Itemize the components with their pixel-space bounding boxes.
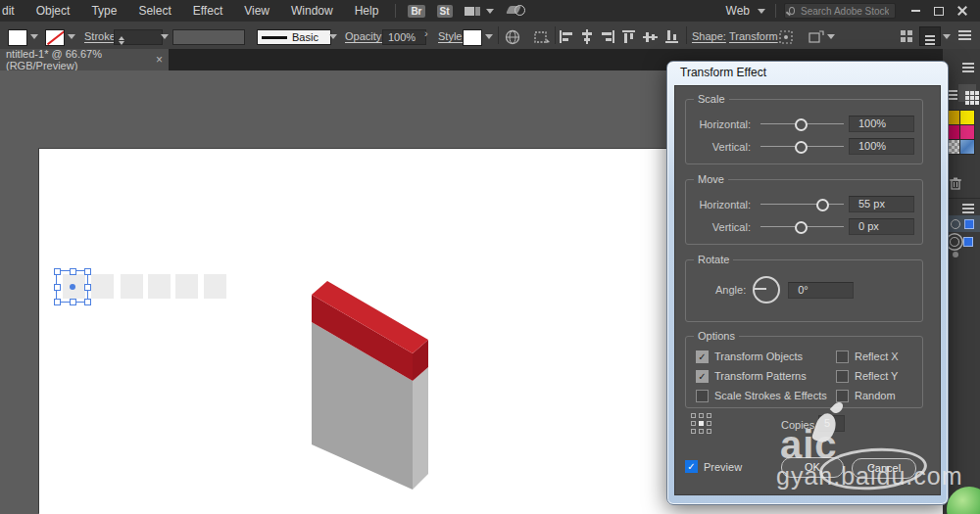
scale-horizontal-value[interactable]: 100% xyxy=(849,116,914,132)
opacity-panel-link[interactable]: Opacity: xyxy=(345,29,384,44)
menu-list-icon[interactable] xyxy=(958,30,971,32)
menu-help[interactable]: Help xyxy=(344,0,390,22)
width-profile-dropdown[interactable] xyxy=(172,29,245,45)
selection-handle[interactable] xyxy=(70,268,76,275)
box-end-face[interactable] xyxy=(413,367,428,490)
reference-point[interactable] xyxy=(691,421,696,426)
reference-point[interactable] xyxy=(691,429,696,434)
document-tab[interactable]: ntitled-1* @ 66.67% (RGB/Preview) × xyxy=(0,49,169,70)
isolate-selected-object-icon[interactable] xyxy=(778,29,795,45)
arrange-icon[interactable] xyxy=(900,29,913,43)
slider-knob[interactable] xyxy=(795,118,808,131)
close-button[interactable] xyxy=(951,0,974,22)
checkbox-scale-strokes-effects[interactable] xyxy=(696,390,709,402)
menu-type[interactable]: Type xyxy=(80,0,127,22)
angle-value[interactable]: 0° xyxy=(788,282,854,299)
swatch-blue-texture[interactable] xyxy=(959,139,975,155)
cancel-button[interactable]: Cancel xyxy=(852,458,916,479)
transform-effect-dialog[interactable]: Transform Effect Scale Horizontal: 100% … xyxy=(666,61,949,505)
chevron-down-icon[interactable] xyxy=(30,34,38,39)
copies-field[interactable]: 5 xyxy=(818,415,845,432)
canvas-square-copy[interactable] xyxy=(91,274,114,299)
reference-point[interactable] xyxy=(691,413,696,418)
menu-select[interactable]: Select xyxy=(127,0,181,22)
isometric-box-artwork[interactable] xyxy=(294,274,451,499)
document-setup-globe-icon[interactable] xyxy=(505,29,520,45)
selection-handle[interactable] xyxy=(54,284,61,291)
checkbox-reflect-x[interactable] xyxy=(836,350,849,363)
menu-view[interactable]: View xyxy=(233,0,280,22)
slider-knob[interactable] xyxy=(816,199,829,211)
reference-point[interactable] xyxy=(707,413,711,418)
move-horizontal-value[interactable]: 55 px xyxy=(849,196,914,212)
checkbox-reflect-y[interactable] xyxy=(836,370,849,383)
menu-window[interactable]: Window xyxy=(280,0,344,22)
scale-vertical-value[interactable]: 100% xyxy=(849,138,914,155)
bridge-button[interactable]: Br xyxy=(408,5,424,18)
rotate-dial[interactable] xyxy=(753,276,780,304)
canvas-square-copy[interactable] xyxy=(204,274,226,299)
stepper-down-icon[interactable] xyxy=(119,41,124,45)
align-right-icon[interactable] xyxy=(600,29,615,44)
trash-icon[interactable] xyxy=(949,176,962,191)
panel-dock-button[interactable] xyxy=(919,26,941,46)
selection-bounding-box[interactable] xyxy=(56,270,88,303)
search-input[interactable] xyxy=(799,5,891,18)
fill-color-chip[interactable] xyxy=(964,219,974,229)
shape-panel-link[interactable]: Shape: xyxy=(692,29,726,44)
reference-point[interactable] xyxy=(707,421,711,426)
selection-handle[interactable] xyxy=(54,268,61,275)
canvas-square-copy[interactable] xyxy=(175,274,198,299)
stroke-swatch[interactable] xyxy=(45,29,65,46)
opacity-field[interactable]: 100% xyxy=(382,29,426,45)
slider-knob[interactable] xyxy=(795,221,808,234)
align-left-icon[interactable] xyxy=(559,29,574,44)
checkbox-transform-patterns[interactable] xyxy=(696,370,709,383)
selection-handle[interactable] xyxy=(84,284,91,291)
menu-edit[interactable]: dit xyxy=(0,0,25,22)
style-swatch[interactable] xyxy=(463,29,482,46)
checkbox-transform-objects[interactable] xyxy=(696,350,709,363)
slider-knob[interactable] xyxy=(795,141,808,154)
scale-horizontal-slider[interactable] xyxy=(760,118,844,130)
panel-menu-icon[interactable] xyxy=(962,204,974,206)
reference-point-locator[interactable] xyxy=(691,413,712,435)
opacity-more-icon[interactable]: › xyxy=(424,27,428,39)
checkbox-random[interactable] xyxy=(836,390,849,402)
align-top-icon[interactable] xyxy=(621,29,637,44)
style-panel-link[interactable]: Style: xyxy=(438,29,466,44)
tab-close-icon[interactable]: × xyxy=(156,53,163,67)
chevron-down-icon[interactable] xyxy=(68,34,75,39)
chevron-down-icon[interactable] xyxy=(329,34,337,39)
chevron-down-icon[interactable] xyxy=(161,34,169,39)
stock-button[interactable]: St xyxy=(437,5,453,18)
ok-button[interactable]: OK xyxy=(781,457,844,478)
canvas-square-copy[interactable] xyxy=(121,274,143,299)
document-setup-icon[interactable] xyxy=(533,29,551,45)
panel-menu-icon[interactable] xyxy=(962,63,974,65)
checkbox-preview[interactable] xyxy=(685,460,698,473)
brush-definition-dropdown[interactable]: Basic xyxy=(257,29,331,45)
arrange-documents-button[interactable] xyxy=(465,7,494,16)
restore-button[interactable] xyxy=(927,0,951,22)
reference-point[interactable] xyxy=(699,429,704,434)
selection-handle[interactable] xyxy=(70,299,76,305)
reference-point[interactable] xyxy=(699,413,704,418)
move-horizontal-slider[interactable] xyxy=(760,199,844,210)
chevron-down-icon[interactable] xyxy=(485,34,493,39)
stroke-weight-field[interactable] xyxy=(114,29,163,45)
fill-color-chip[interactable] xyxy=(963,237,973,247)
selection-handle[interactable] xyxy=(54,299,61,305)
transform-panel-link[interactable]: Transform xyxy=(729,29,778,44)
stepper-up-icon[interactable] xyxy=(119,36,124,40)
gpu-performance-button[interactable] xyxy=(508,3,525,19)
align-vertical-center-icon[interactable] xyxy=(643,29,659,44)
swatch-yellow[interactable] xyxy=(959,110,975,125)
canvas-square-copy[interactable] xyxy=(148,274,171,299)
workspace-switcher[interactable]: Web xyxy=(716,4,775,18)
reference-point-selected[interactable] xyxy=(699,421,704,426)
graphic-styles-icon[interactable] xyxy=(808,29,824,45)
menu-object[interactable]: Object xyxy=(25,0,81,22)
scale-vertical-slider[interactable] xyxy=(760,141,844,153)
stock-search-box[interactable] xyxy=(784,3,896,19)
